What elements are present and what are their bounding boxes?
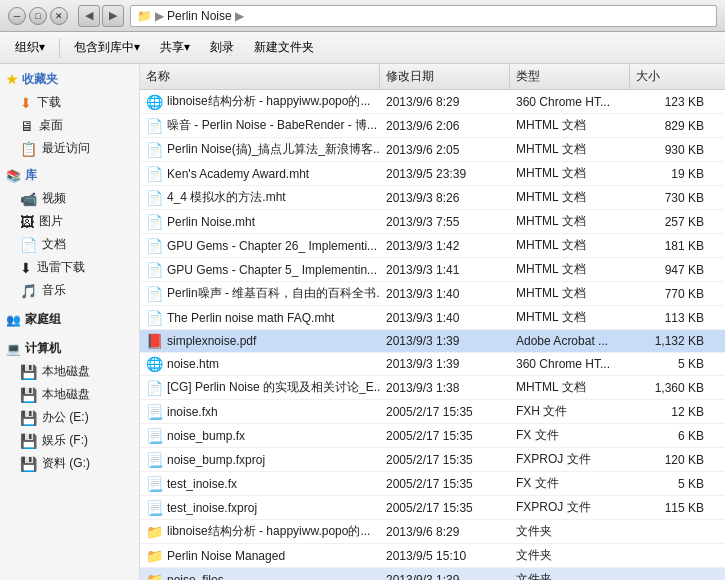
file-name-cell: 📃 noise_bump.fxproj	[140, 451, 380, 469]
file-size-cell: 123 KB	[630, 94, 710, 110]
download-icon: ⬇	[20, 95, 32, 111]
file-type-cell: MHTML 文档	[510, 212, 630, 231]
sidebar-item-pictures[interactable]: 🖼 图片	[0, 210, 139, 233]
favorites-header[interactable]: ★ 收藏夹	[0, 68, 139, 91]
file-type-icon: 📄	[146, 166, 163, 182]
organize-button[interactable]: 组织▾	[6, 35, 54, 61]
file-size-cell: 947 KB	[630, 262, 710, 278]
computer-header[interactable]: 💻 计算机	[0, 337, 139, 360]
file-type-icon: 📁	[146, 548, 163, 564]
file-type-icon: 📄	[146, 190, 163, 206]
library-header[interactable]: 📚 库	[0, 164, 139, 187]
file-type-cell: MHTML 文档	[510, 260, 630, 279]
favorites-label: 收藏夹	[22, 71, 58, 88]
pictures-icon: 🖼	[20, 214, 34, 230]
table-row[interactable]: 📁 Perlin Noise Managed 2013/9/5 15:10 文件…	[140, 544, 725, 568]
sidebar-item-localdisk-c[interactable]: 💾 本地磁盘	[0, 360, 139, 383]
sidebar-item-desktop[interactable]: 🖥 桌面	[0, 114, 139, 137]
homegroup-icon: 👥	[6, 313, 21, 327]
file-date-cell: 2013/9/3 1:42	[380, 238, 510, 254]
table-row[interactable]: 📃 inoise.fxh 2005/2/17 15:35 FXH 文件 12 K…	[140, 400, 725, 424]
file-date-cell: 2013/9/3 1:40	[380, 310, 510, 326]
table-row[interactable]: 📄 Perlin噪声 - 维基百科，自由的百科全书... 2013/9/3 1:…	[140, 282, 725, 306]
include-library-button[interactable]: 包含到库中▾	[65, 35, 149, 61]
table-row[interactable]: 📄 Perlin Noise.mht 2013/9/3 7:55 MHTML 文…	[140, 210, 725, 234]
maximize-button[interactable]: □	[29, 7, 47, 25]
file-name-cell: 📁 libnoise结构分析 - happyiww.popo的...	[140, 522, 380, 541]
table-row[interactable]: 📃 test_inoise.fx 2005/2/17 15:35 FX 文件 5…	[140, 472, 725, 496]
file-name: Ken's Academy Award.mht	[167, 167, 309, 181]
table-row[interactable]: 📄 GPU Gems - Chapter 26_ Implementi... 2…	[140, 234, 725, 258]
col-header-date[interactable]: 修改日期	[380, 64, 510, 89]
file-date-cell: 2013/9/6 2:05	[380, 142, 510, 158]
table-row[interactable]: 📄 GPU Gems - Chapter 5_ Implementin... 2…	[140, 258, 725, 282]
minimize-button[interactable]: ─	[8, 7, 26, 25]
sidebar-item-office-e[interactable]: 💾 办公 (E:)	[0, 406, 139, 429]
table-row[interactable]: 🌐 libnoise结构分析 - happyiww.popo的... 2013/…	[140, 90, 725, 114]
table-row[interactable]: 📃 test_inoise.fxproj 2005/2/17 15:35 FXP…	[140, 496, 725, 520]
table-row[interactable]: 📁 noise_files 2013/9/3 1:39 文件夹	[140, 568, 725, 580]
sidebar-item-localdisk-d[interactable]: 💾 本地磁盘	[0, 383, 139, 406]
col-header-size[interactable]: 大小	[630, 64, 710, 89]
file-type-icon: 📁	[146, 572, 163, 581]
table-row[interactable]: 📕 simplexnoise.pdf 2013/9/3 1:39 Adobe A…	[140, 330, 725, 353]
table-row[interactable]: 📄 Ken's Academy Award.mht 2013/9/5 23:39…	[140, 162, 725, 186]
burn-button[interactable]: 刻录	[201, 35, 243, 61]
sidebar-item-label: 图片	[39, 213, 63, 230]
file-name-cell: 📁 Perlin Noise Managed	[140, 547, 380, 565]
table-row[interactable]: 📃 noise_bump.fxproj 2005/2/17 15:35 FXPR…	[140, 448, 725, 472]
file-name-cell: 📁 noise_files	[140, 571, 380, 581]
file-type-cell: FXH 文件	[510, 402, 630, 421]
new-folder-button[interactable]: 新建文件夹	[245, 35, 323, 61]
breadcrumb-folder[interactable]: Perlin Noise	[167, 9, 232, 23]
sidebar-item-music[interactable]: 🎵 音乐	[0, 279, 139, 302]
file-name: libnoise结构分析 - happyiww.popo的...	[167, 93, 370, 110]
file-type-cell: FXPROJ 文件	[510, 450, 630, 469]
share-button[interactable]: 共享▾	[151, 35, 199, 61]
sidebar-item-data-g[interactable]: 💾 资料 (G:)	[0, 452, 139, 475]
file-date-cell: 2013/9/5 23:39	[380, 166, 510, 182]
table-row[interactable]: 🌐 noise.htm 2013/9/3 1:39 360 Chrome HT.…	[140, 353, 725, 376]
file-name-cell: 📄 Perlin Noise(搞)_搞点儿算法_新浪博客...	[140, 140, 380, 159]
sidebar: ★ 收藏夹 ⬇ 下载 🖥 桌面 📋 最近访问 📚 库 📹	[0, 64, 140, 580]
close-button[interactable]: ✕	[50, 7, 68, 25]
nav-arrows[interactable]: ◀ ▶	[78, 5, 124, 27]
file-type-cell: MHTML 文档	[510, 284, 630, 303]
sidebar-item-recent[interactable]: 📋 最近访问	[0, 137, 139, 160]
col-header-name[interactable]: 名称	[140, 64, 380, 89]
library-label: 库	[25, 167, 37, 184]
table-row[interactable]: 📄 噪音 - Perlin Noise - BabeRender - 博... …	[140, 114, 725, 138]
homegroup-label: 家庭组	[25, 311, 61, 328]
file-name: noise_files	[167, 573, 224, 581]
table-row[interactable]: 📃 noise_bump.fx 2005/2/17 15:35 FX 文件 6 …	[140, 424, 725, 448]
file-type-cell: MHTML 文档	[510, 308, 630, 327]
library-icon: 📚	[6, 169, 21, 183]
sidebar-item-thunder[interactable]: ⬇ 迅雷下载	[0, 256, 139, 279]
toolbar: 组织▾ 包含到库中▾ 共享▾ 刻录 新建文件夹	[0, 32, 725, 64]
file-date-cell: 2005/2/17 15:35	[380, 428, 510, 444]
file-name-cell: 📄 [CG] Perlin Noise 的实现及相关讨论_E...	[140, 378, 380, 397]
homegroup-header[interactable]: 👥 家庭组	[0, 308, 139, 331]
forward-button[interactable]: ▶	[102, 5, 124, 27]
table-row[interactable]: 📄 The Perlin noise math FAQ.mht 2013/9/3…	[140, 306, 725, 330]
sidebar-item-label: 文档	[42, 236, 66, 253]
file-date-cell: 2005/2/17 15:35	[380, 452, 510, 468]
file-type-icon: 📄	[146, 380, 163, 396]
table-row[interactable]: 📄 Perlin Noise(搞)_搞点儿算法_新浪博客... 2013/9/6…	[140, 138, 725, 162]
sidebar-item-video[interactable]: 📹 视频	[0, 187, 139, 210]
file-size-cell: 1,132 KB	[630, 333, 710, 349]
disk-icon: 💾	[20, 410, 37, 426]
table-row[interactable]: 📄 4_4 模拟水的方法.mht 2013/9/3 8:26 MHTML 文档 …	[140, 186, 725, 210]
table-row[interactable]: 📁 libnoise结构分析 - happyiww.popo的... 2013/…	[140, 520, 725, 544]
address-bar[interactable]: 📁 ▶ Perlin Noise ▶	[130, 5, 717, 27]
sidebar-item-entertainment-f[interactable]: 💾 娱乐 (F:)	[0, 429, 139, 452]
window-controls[interactable]: ─ □ ✕	[8, 7, 68, 25]
sidebar-item-downloads[interactable]: ⬇ 下载	[0, 91, 139, 114]
back-button[interactable]: ◀	[78, 5, 100, 27]
file-list-header: 名称 修改日期 类型 大小	[140, 64, 725, 90]
file-date-cell: 2013/9/3 1:41	[380, 262, 510, 278]
sidebar-item-documents[interactable]: 📄 文档	[0, 233, 139, 256]
table-row[interactable]: 📄 [CG] Perlin Noise 的实现及相关讨论_E... 2013/9…	[140, 376, 725, 400]
file-size-cell: 12 KB	[630, 404, 710, 420]
col-header-type[interactable]: 类型	[510, 64, 630, 89]
